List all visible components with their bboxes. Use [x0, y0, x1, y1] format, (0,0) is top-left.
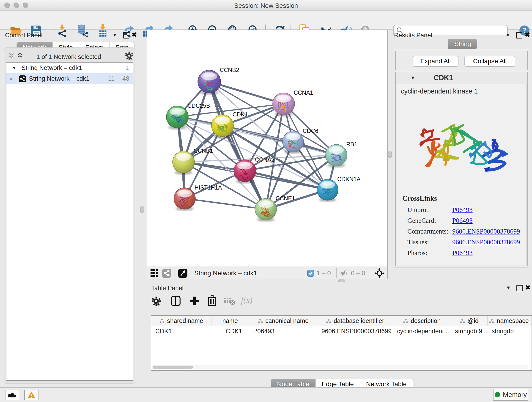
hidden-counts: 0 – 0 [351, 269, 365, 277]
horizontal-scrollbar[interactable] [152, 365, 528, 369]
crosslink-row: Compartments: 9606.ENSP00000378699 [407, 226, 520, 237]
table-panel-menu-icon[interactable]: ▼ [506, 285, 511, 291]
scrollbar-thumb[interactable] [152, 366, 193, 369]
delete-column-icon[interactable] [207, 295, 217, 306]
memory-button[interactable]: Memory [493, 389, 528, 401]
node-label: CDKN1A [337, 176, 361, 182]
node-label: CDC25B [187, 102, 210, 109]
crosslinks-list: Uniprot: P06493 GeneCard: P06493 Compart… [407, 204, 520, 258]
gene-expander-icon[interactable]: ▼ [410, 75, 415, 81]
collapse-all-button[interactable]: Collapse All [464, 56, 515, 67]
crosslink-value[interactable]: 9606.ENSP00000378699 [452, 237, 520, 248]
control-panel-menu-icon[interactable]: ▼ [112, 32, 117, 38]
crosslink-value[interactable]: P06493 [452, 204, 473, 215]
crosslink-label: GeneCard: [407, 215, 452, 226]
collection-label: String Network – cdk1 [22, 64, 82, 71]
memory-status-dot [495, 392, 500, 397]
warnings-button[interactable] [24, 390, 38, 400]
crosslinks-title: CrossLinks [402, 194, 437, 203]
table-panel-title: Table Panel [151, 285, 184, 292]
statusbar-separator [191, 268, 191, 278]
title-bar: Session: New Session [0, 0, 532, 11]
share-view-icon[interactable] [162, 269, 171, 278]
results-panel-float-icon[interactable] [516, 32, 522, 38]
network-row-selected[interactable]: ● String Network – cdk1 11 48 [6, 73, 133, 84]
control-panel-close-icon[interactable]: ✖ [132, 31, 137, 38]
splitter-handle[interactable] [140, 206, 144, 213]
string-network-icon [19, 75, 26, 82]
column-header[interactable]: name [211, 316, 249, 326]
table-row[interactable]: CDK1 CDK1 P06493 9606.ENSP00000378699 cy… [151, 326, 532, 336]
network-status-bar: String Network – cdk1 1 – 0 0 – 0 [147, 267, 387, 279]
node-count: 11 [108, 75, 114, 82]
column-header[interactable]: shared name [151, 316, 211, 326]
cell-namespace: stringdb [488, 328, 530, 335]
crosslink-value[interactable]: 9606.ENSP00000378699 [452, 226, 520, 237]
network-tree: ▼ String Network – cdk1 1 ● String Netwo… [6, 62, 133, 381]
network-canvas[interactable]: CCNB2CCNA1CDC25BCDK1CDC6RB1CCNB1CCNA2CDK… [147, 30, 387, 266]
column-type-icon [489, 318, 494, 323]
control-panel-float-icon[interactable] [123, 32, 129, 38]
crosslink-label: Uniprot: [407, 204, 452, 215]
center-view-icon[interactable] [374, 268, 385, 278]
app-status-bar: Memory [0, 387, 532, 402]
selected-checkbox-icon[interactable] [307, 270, 314, 277]
column-type-icon [403, 318, 409, 323]
statusbar-separator [371, 268, 371, 278]
current-network-name: String Network – cdk1 [194, 269, 257, 277]
current-network-dot-icon: ● [10, 76, 13, 82]
network-collection-row[interactable]: ▼ String Network – cdk1 1 [6, 63, 133, 73]
edge-count: 48 [122, 75, 129, 82]
cell-name: CDK1 [211, 328, 249, 335]
results-panel-title: Results Panel [394, 32, 432, 39]
network-selection-status: 1 of 1 Network selected [0, 53, 138, 61]
protein-structure-image [413, 99, 510, 189]
cell-canonical-name: P06493 [249, 328, 317, 335]
gene-entry: ▼ CDK1 cyclin-dependent kinase 1 CrossLi… [395, 72, 528, 266]
node-label: HIST1H1A [195, 184, 222, 191]
results-panel-menu-icon[interactable]: ▼ [505, 32, 510, 38]
node-table: shared name name canonical name database… [151, 315, 532, 371]
column-header[interactable]: database identifier [317, 316, 393, 326]
create-column-icon[interactable] [189, 296, 200, 306]
cloud-button[interactable] [5, 390, 19, 400]
function-builder-icon: f(x) [241, 295, 253, 305]
column-header[interactable]: description [393, 316, 451, 326]
column-header[interactable]: namespace [488, 316, 530, 326]
column-header[interactable]: canonical name [249, 316, 317, 326]
crosslink-value[interactable]: P06493 [452, 215, 473, 226]
tree-expander-icon[interactable]: ▼ [12, 65, 17, 70]
node-label: CCNA2 [255, 156, 274, 163]
statusbar-separator [175, 268, 175, 278]
table-panel-float-icon[interactable] [516, 285, 523, 291]
cell-database-identifier: 9606.ENSP00000378699 [317, 328, 393, 335]
node-label: CDC6 [303, 128, 318, 134]
grid-view-icon[interactable] [150, 269, 158, 277]
node-label: RB1 [346, 141, 357, 147]
table-settings-gear-icon[interactable] [152, 297, 161, 306]
birdseye-view-icon[interactable] [178, 269, 187, 278]
gene-detail-box: cyclin-dependent kinase 1 CrossLinks Uni… [397, 84, 527, 265]
hidden-eye-icon [340, 269, 349, 277]
node-label: CDK1 [233, 111, 248, 118]
cloud-icon [8, 392, 17, 398]
expand-all-button[interactable]: Expand All [413, 56, 458, 67]
cell-shared-name: CDK1 [151, 328, 211, 335]
gene-header-row[interactable]: ▼ CDK1 [396, 72, 528, 84]
tab-string[interactable]: String [448, 39, 477, 49]
node-label: CCNE1 [276, 195, 295, 201]
results-panel-close-icon[interactable]: ✖ [525, 31, 530, 38]
delete-table-icon [224, 297, 235, 305]
memory-label: Memory [503, 391, 527, 399]
network-view-panel: CCNB2CCNA1CDC25BCDK1CDC6RB1CCNB1CCNA2CDK… [147, 30, 388, 279]
column-header[interactable]: @id [451, 316, 488, 326]
network-label: String Network – cdk1 [29, 75, 89, 82]
table-panel-close-icon[interactable]: ✖ [525, 284, 530, 291]
gene-name: CDK1 [434, 74, 453, 82]
show-columns-icon[interactable] [171, 296, 181, 306]
crosslink-value[interactable]: P06493 [452, 248, 473, 258]
crosslink-label: Pharos: [407, 248, 452, 258]
node-label: CCNA1 [294, 89, 313, 96]
window-title: Session: New Session [0, 2, 532, 9]
gear-icon[interactable] [125, 51, 133, 60]
